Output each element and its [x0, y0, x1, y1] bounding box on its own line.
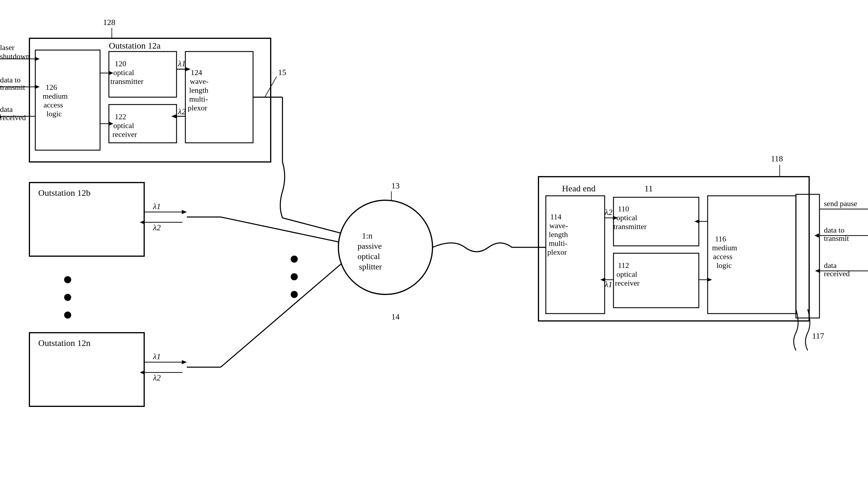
- svg-text:126: 126: [45, 83, 57, 92]
- svg-marker-8: [171, 114, 177, 118]
- svg-text:Outstation 12b: Outstation 12b: [38, 188, 91, 198]
- svg-text:access: access: [713, 252, 732, 261]
- svg-text:optical: optical: [616, 213, 637, 222]
- svg-text:received: received: [0, 113, 26, 122]
- svg-text:117: 117: [812, 331, 824, 340]
- svg-text:λ2: λ2: [604, 207, 612, 217]
- svg-text:110: 110: [618, 205, 629, 213]
- svg-text:λ1: λ1: [604, 280, 612, 289]
- svg-marker-23: [35, 85, 40, 89]
- svg-text:λ2: λ2: [153, 373, 161, 382]
- svg-text:receiver: receiver: [113, 130, 137, 139]
- svg-text:medium: medium: [712, 244, 737, 252]
- svg-text:length: length: [189, 86, 208, 94]
- svg-marker-95: [815, 269, 820, 273]
- svg-text:122: 122: [115, 112, 126, 121]
- svg-marker-37: [182, 210, 187, 214]
- svg-text:laser: laser: [0, 43, 14, 52]
- svg-text:medium: medium: [43, 92, 68, 101]
- svg-text:transmitter: transmitter: [110, 77, 144, 86]
- svg-text:multi-: multi-: [189, 95, 208, 103]
- svg-text:received: received: [824, 269, 850, 278]
- svg-text:optical: optical: [113, 121, 134, 130]
- svg-text:optical: optical: [616, 270, 637, 279]
- svg-text:transmit: transmit: [0, 83, 25, 92]
- svg-text:118: 118: [771, 154, 783, 163]
- svg-text:1:n: 1:n: [362, 231, 372, 240]
- svg-point-49: [291, 291, 298, 298]
- svg-marker-91: [814, 233, 819, 238]
- svg-text:plexor: plexor: [547, 248, 567, 256]
- svg-text:data: data: [824, 261, 837, 270]
- svg-text:plexor: plexor: [188, 104, 208, 112]
- svg-point-48: [291, 273, 298, 280]
- svg-marker-53: [182, 360, 187, 364]
- svg-text:13: 13: [391, 181, 400, 190]
- svg-text:passive: passive: [358, 241, 382, 251]
- svg-rect-68: [538, 177, 809, 321]
- svg-text:Head end: Head end: [562, 183, 595, 193]
- svg-text:14: 14: [391, 312, 400, 321]
- svg-text:optical: optical: [358, 252, 380, 261]
- svg-text:λ1: λ1: [153, 352, 161, 361]
- svg-text:wave-: wave-: [549, 222, 568, 230]
- svg-text:λ2: λ2: [178, 107, 186, 116]
- svg-text:logic: logic: [716, 261, 732, 270]
- svg-text:124: 124: [191, 68, 202, 77]
- svg-text:112: 112: [618, 261, 629, 270]
- svg-marker-84: [707, 278, 712, 282]
- svg-marker-82: [694, 219, 700, 224]
- svg-point-47: [291, 256, 298, 263]
- svg-text:Outstation 12n: Outstation 12n: [38, 338, 91, 348]
- svg-text:114: 114: [550, 212, 561, 221]
- svg-text:Outstation 12a: Outstation 12a: [109, 40, 161, 50]
- diagram-container: λ1 λ2 128 Outstation 12a laser shutdown …: [0, 0, 868, 487]
- svg-text:splitter: splitter: [359, 262, 382, 271]
- diagram-svg: λ1 λ2 128 Outstation 12a laser shutdown …: [0, 0, 868, 487]
- svg-point-60: [338, 200, 433, 294]
- svg-marker-14: [109, 122, 113, 126]
- svg-marker-12: [109, 71, 113, 75]
- svg-point-44: [64, 276, 71, 283]
- svg-text:shutdown: shutdown: [0, 52, 30, 61]
- svg-text:access: access: [43, 101, 63, 109]
- svg-marker-56: [140, 370, 145, 375]
- svg-text:λ2: λ2: [153, 223, 161, 232]
- svg-text:transmit: transmit: [824, 234, 849, 242]
- svg-marker-19: [35, 57, 40, 61]
- svg-text:116: 116: [715, 235, 726, 243]
- svg-text:receiver: receiver: [615, 279, 640, 287]
- svg-text:length: length: [549, 230, 568, 239]
- svg-text:logic: logic: [46, 110, 62, 118]
- svg-text:wave-: wave-: [190, 77, 209, 86]
- svg-text:128: 128: [103, 18, 115, 27]
- svg-text:11: 11: [644, 183, 653, 193]
- svg-text:λ1: λ1: [153, 202, 161, 211]
- svg-text:optical: optical: [113, 68, 134, 77]
- svg-marker-40: [140, 220, 145, 224]
- svg-text:λ1: λ1: [178, 59, 186, 68]
- svg-line-59: [221, 256, 350, 367]
- svg-text:send pause: send pause: [824, 199, 857, 208]
- svg-text:transmitter: transmitter: [614, 222, 647, 231]
- svg-rect-87: [796, 194, 819, 318]
- svg-text:15: 15: [278, 68, 286, 77]
- svg-point-45: [64, 294, 71, 301]
- svg-text:data: data: [0, 105, 13, 114]
- svg-marker-6: [185, 67, 191, 71]
- svg-point-46: [64, 312, 71, 319]
- svg-text:120: 120: [115, 59, 126, 68]
- svg-text:data to: data to: [824, 226, 844, 234]
- svg-text:multi-: multi-: [549, 239, 567, 248]
